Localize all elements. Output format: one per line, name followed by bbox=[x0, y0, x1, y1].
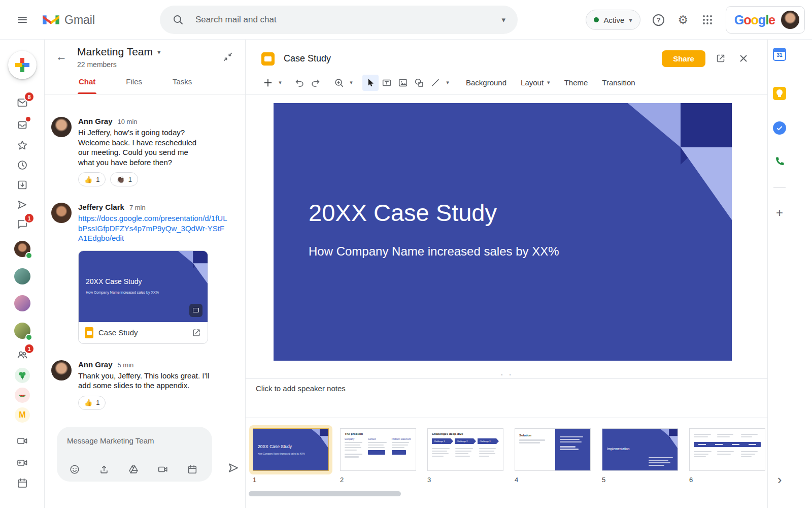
calendar-panel-button[interactable]: 31 bbox=[772, 48, 787, 61]
calendar-invite-button[interactable] bbox=[187, 464, 198, 475]
new-meeting-button[interactable] bbox=[16, 435, 28, 447]
filmstrip-slide-4[interactable]: Solution 4 bbox=[515, 428, 591, 499]
chat-title: Marketing Team bbox=[77, 46, 153, 58]
insert-caret-icon[interactable]: ▾ bbox=[276, 79, 284, 86]
sidebar-chat-button[interactable]: 1 bbox=[16, 218, 28, 230]
chat-panel: ← Marketing Team ▾ 22 members Chat Files… bbox=[45, 40, 246, 508]
filmstrip-slide-3[interactable]: Challenges deep-dive Challenge 1 Challen… bbox=[427, 428, 503, 499]
collapse-chat-button[interactable] bbox=[218, 47, 238, 67]
filmstrip-slide-5[interactable]: Implementation 5 bbox=[602, 428, 678, 499]
space-avatar-clover[interactable] bbox=[15, 368, 30, 383]
drive-button[interactable] bbox=[128, 464, 139, 475]
present-icon[interactable] bbox=[189, 304, 202, 317]
filmstrip-slide-2[interactable]: The problem Company Context bbox=[340, 428, 416, 499]
status-selector[interactable]: Active ▾ bbox=[586, 10, 640, 30]
dm-avatar-4[interactable] bbox=[14, 323, 30, 339]
avatar[interactable] bbox=[51, 203, 72, 223]
close-document-button[interactable] bbox=[738, 53, 749, 64]
insert-button[interactable] bbox=[260, 75, 276, 91]
insert-shape-button[interactable] bbox=[411, 75, 427, 91]
main-menu-button[interactable] bbox=[12, 10, 32, 30]
voice-panel-button[interactable] bbox=[772, 155, 787, 168]
emoji-button[interactable] bbox=[69, 464, 80, 475]
space-avatar-watermelon[interactable] bbox=[15, 388, 30, 403]
theme-button[interactable]: Theme bbox=[557, 75, 595, 90]
calendar-day: 31 bbox=[774, 53, 785, 58]
select-tool-button[interactable] bbox=[362, 75, 379, 91]
open-in-new-icon[interactable] bbox=[191, 328, 201, 338]
hide-panel-button[interactable]: › bbox=[772, 473, 787, 486]
avatar[interactable] bbox=[51, 117, 72, 137]
document-title[interactable]: Case Study bbox=[284, 53, 331, 64]
reaction-pill[interactable]: 👍 1 bbox=[78, 396, 106, 410]
search-bar[interactable]: Search mail and chat ▾ bbox=[160, 6, 518, 34]
zoom-caret-icon[interactable]: ▾ bbox=[347, 79, 355, 86]
video-button[interactable] bbox=[157, 464, 168, 475]
avatar[interactable] bbox=[51, 360, 72, 380]
dm-avatar-3[interactable] bbox=[14, 295, 30, 311]
gmail-logo[interactable]: Gmail bbox=[43, 0, 95, 40]
open-in-new-window-button[interactable] bbox=[715, 53, 726, 64]
filmstrip-slide-1[interactable]: 20XX Case Study How Company Name increas… bbox=[253, 428, 329, 499]
message-composer[interactable]: Message Marketing Team bbox=[57, 427, 212, 482]
filmstrip-scrollbar[interactable] bbox=[249, 491, 401, 496]
apps-grid-button[interactable] bbox=[697, 10, 718, 30]
filmstrip-slide-6[interactable]: 6 bbox=[689, 428, 765, 499]
sidebar-inbox-button[interactable] bbox=[16, 119, 28, 131]
tasks-panel-button[interactable] bbox=[772, 121, 787, 135]
layout-button[interactable]: Layout ▾ bbox=[514, 75, 557, 90]
slide-thumbnail: Implementation bbox=[602, 428, 678, 471]
tab-chat[interactable]: Chat bbox=[78, 71, 96, 94]
dm-avatar-2[interactable] bbox=[14, 268, 30, 284]
insert-image-button[interactable] bbox=[395, 75, 411, 91]
tab-tasks[interactable]: Tasks bbox=[172, 71, 193, 94]
share-button[interactable]: Share bbox=[662, 50, 705, 67]
sidebar-mail-button[interactable]: 8 bbox=[16, 97, 28, 109]
zoom-button[interactable] bbox=[331, 75, 347, 91]
help-button[interactable]: ? bbox=[649, 10, 669, 30]
thumb-arrow-label: Challenge 1 bbox=[432, 438, 453, 444]
space-avatar-m[interactable]: M bbox=[15, 407, 30, 423]
send-message-button[interactable] bbox=[227, 461, 240, 474]
sidebar-spaces-button[interactable]: 1 bbox=[16, 348, 28, 361]
line-caret-icon[interactable]: ▾ bbox=[444, 79, 452, 86]
sidebar-sent-button[interactable] bbox=[16, 199, 28, 211]
join-meeting-button[interactable] bbox=[16, 457, 28, 469]
notes-resize-handle[interactable]: · · bbox=[246, 369, 767, 379]
google-letter: g bbox=[758, 13, 765, 27]
chat-title-caret-icon[interactable]: ▾ bbox=[157, 48, 161, 56]
settings-button[interactable]: ⚙ bbox=[673, 10, 693, 30]
account-chip[interactable]: Google bbox=[726, 6, 805, 34]
sidebar-snoozed-button[interactable] bbox=[16, 159, 28, 171]
gmail-m-icon bbox=[43, 13, 59, 26]
background-button[interactable]: Background bbox=[459, 75, 514, 90]
speaker-notes-placeholder[interactable]: Click to add speaker notes bbox=[256, 384, 346, 393]
slide-subtitle-textbox[interactable]: How Company Name increased sales by XX% bbox=[309, 244, 559, 259]
tab-files[interactable]: Files bbox=[125, 71, 143, 94]
file-preview-card[interactable]: 20XX Case Study How Company Name increas… bbox=[78, 250, 208, 344]
insert-line-button[interactable] bbox=[427, 75, 444, 91]
text-box-tool-button[interactable] bbox=[379, 75, 395, 91]
back-button[interactable]: ← bbox=[51, 47, 72, 67]
upload-button[interactable] bbox=[98, 464, 110, 475]
sidebar-starred-button[interactable] bbox=[16, 139, 28, 151]
keep-panel-button[interactable] bbox=[772, 87, 787, 100]
filmstrip: 20XX Case Study How Company Name increas… bbox=[246, 418, 767, 499]
compose-button[interactable] bbox=[8, 51, 37, 79]
profile-avatar[interactable] bbox=[781, 11, 799, 29]
meetings-calendar-button[interactable] bbox=[16, 477, 28, 489]
shared-link[interactable]: https://docs.google.com/presentation/d/1… bbox=[78, 213, 228, 243]
reaction-pill[interactable]: 👏🏿 1 bbox=[110, 172, 138, 186]
redo-button[interactable] bbox=[308, 75, 324, 91]
sidebar-archive-button[interactable] bbox=[16, 179, 28, 191]
search-options-caret-icon[interactable]: ▾ bbox=[501, 15, 505, 24]
slide-canvas[interactable]: 20XX Case Study How Company Name increas… bbox=[274, 103, 732, 361]
star-icon bbox=[16, 139, 28, 151]
reaction-pill[interactable]: 👍 1 bbox=[78, 172, 106, 186]
dm-avatar-1[interactable] bbox=[14, 241, 30, 257]
slide-title-textbox[interactable]: 20XX Case Study bbox=[309, 199, 497, 227]
add-addon-button[interactable]: + bbox=[772, 207, 787, 219]
transition-button[interactable]: Transition bbox=[595, 75, 642, 90]
slide-number: 3 bbox=[427, 476, 503, 484]
undo-button[interactable] bbox=[291, 75, 308, 91]
